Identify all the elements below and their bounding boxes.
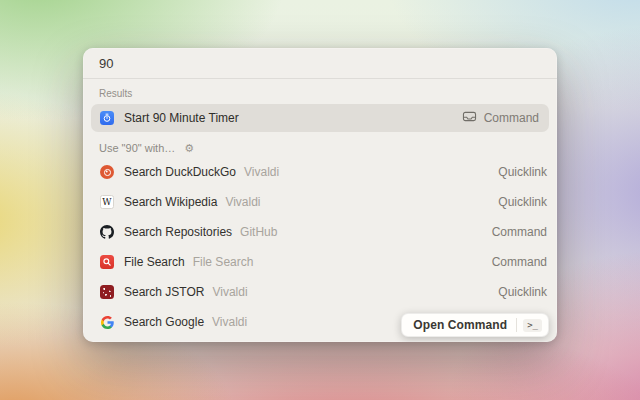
jstor-icon	[100, 285, 114, 299]
result-subtitle: Vivaldi	[212, 315, 247, 329]
result-title: Search JSTOR	[124, 285, 204, 299]
search-input[interactable]	[83, 56, 557, 71]
use-with-label: Use "90" with…	[99, 142, 175, 154]
result-type-label: Quicklink	[498, 165, 547, 179]
result-row[interactable]: Search Repositories GitHub Command	[83, 217, 557, 247]
result-subtitle: Vivaldi	[244, 165, 279, 179]
search-bar	[83, 48, 557, 79]
result-title: Search Repositories	[124, 225, 232, 239]
tray-icon	[462, 110, 477, 126]
result-title: Search DuckDuckGo	[124, 165, 236, 179]
file-search-icon	[100, 255, 114, 269]
button-divider	[516, 318, 517, 332]
result-type-label: Quicklink	[498, 285, 547, 299]
gear-icon[interactable]: ⚙	[184, 143, 194, 154]
github-icon	[100, 225, 114, 239]
result-title: Search Google	[124, 315, 204, 329]
result-subtitle: Vivaldi	[212, 285, 247, 299]
result-title: Start 90 Minute Timer	[124, 111, 239, 125]
results-header: Results	[99, 88, 541, 99]
result-row[interactable]: Search JSTOR Vivaldi Quicklink	[83, 277, 557, 307]
result-subtitle: File Search	[193, 255, 254, 269]
open-command-label: Open Command	[413, 318, 507, 332]
selected-result-row[interactable]: Start 90 Minute Timer Command	[91, 104, 549, 132]
result-type-label: Quicklink	[498, 195, 547, 209]
result-subtitle: GitHub	[240, 225, 277, 239]
launcher-window: Results Start 90 Minute Timer Command	[83, 48, 557, 342]
result-type-label: Command	[484, 111, 539, 125]
result-subtitle: Vivaldi	[225, 195, 260, 209]
return-key-icon: >_	[523, 319, 542, 332]
timer-icon	[100, 111, 114, 125]
result-type-label: Command	[492, 255, 547, 269]
duckduckgo-icon	[100, 165, 114, 179]
wikipedia-icon: W	[100, 195, 114, 209]
use-with-header: Use "90" with… ⚙	[99, 142, 541, 154]
result-row[interactable]: W Search Wikipedia Vivaldi Quicklink	[83, 187, 557, 217]
result-type: Command	[462, 110, 539, 126]
google-icon	[100, 315, 114, 329]
result-row[interactable]: File Search File Search Command	[83, 247, 557, 277]
result-row[interactable]: Search DuckDuckGo Vivaldi Quicklink	[83, 157, 557, 187]
result-title: Search Wikipedia	[124, 195, 217, 209]
open-command-button[interactable]: Open Command >_	[401, 313, 549, 337]
result-title: File Search	[124, 255, 185, 269]
result-type-label: Command	[492, 225, 547, 239]
